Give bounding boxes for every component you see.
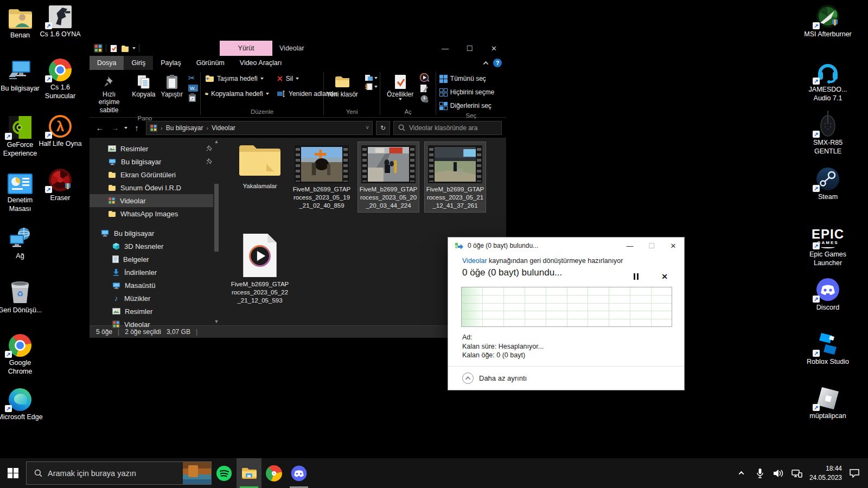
dialog-maximize-button[interactable]: ☐: [641, 237, 662, 254]
sidebar-item-belgeler[interactable]: Belgeler: [90, 253, 220, 266]
select-all-button[interactable]: Tümünü seç: [439, 72, 486, 85]
desktop-icon-discord[interactable]: ↗ Discord: [804, 277, 852, 312]
history-icon[interactable]: [420, 94, 429, 103]
copy-button[interactable]: Kopyala: [130, 72, 157, 99]
fewer-details-toggle[interactable]: Daha az ayrıntı: [462, 373, 527, 384]
taskbar-discord[interactable]: [286, 458, 311, 488]
desktop-icon-cs16-oyna[interactable]: ↗ Cs 1.6 OYNA: [36, 3, 84, 39]
desktop-icon-roblox-studio[interactable]: ↗ Roblox Studio: [804, 331, 852, 367]
desktop-icon-edge[interactable]: ↗ Microsoft Edge: [0, 386, 44, 422]
scroll-up-icon[interactable]: ▲: [213, 138, 220, 145]
network-icon[interactable]: [791, 467, 803, 479]
tab-gorunum[interactable]: Görünüm: [189, 56, 232, 70]
file-item-yakalamalar[interactable]: Yakalamalar: [229, 142, 290, 192]
paste-button[interactable]: Yapıştır: [159, 72, 185, 99]
new-item-icon[interactable]: [365, 74, 373, 81]
tray-expand-icon[interactable]: [736, 467, 748, 479]
sidebar-item-videolar[interactable]: Videolar: [90, 194, 220, 207]
sidebar-item-indirilenler[interactable]: İndirilenler: [90, 266, 220, 279]
address-bar[interactable]: › Bu bilgisayar › Videolar ˅: [146, 121, 373, 135]
desktop-icon-cs16-sunucular[interactable]: ↗ Cs 1.6 Sunucular: [36, 56, 84, 100]
easy-access-icon[interactable]: [365, 83, 373, 90]
dialog-close-button[interactable]: ✕: [662, 237, 684, 254]
explorer-titlebar[interactable]: Yürüt Videolar — ☐ ✕: [90, 41, 506, 56]
file-item-video-224[interactable]: FiveM_b2699_GTAProcess_2023_05_20_20_03_…: [358, 142, 419, 212]
desktop-icon-smx-r85[interactable]: ↗ SMX-R85 GENTLE: [804, 112, 852, 156]
start-button[interactable]: [0, 458, 26, 488]
scrollbar-thumb[interactable]: [214, 184, 219, 252]
desktop-icon-mubtalipcan[interactable]: ↗ müptalipcan: [804, 385, 852, 421]
sidebar-item-bu-bilgisayar-pinned[interactable]: Bu bilgisayar: [90, 155, 220, 168]
back-button[interactable]: ←: [94, 123, 106, 132]
new-folder-button[interactable]: Yeni klasör: [324, 72, 360, 99]
breadcrumb-root[interactable]: Bu bilgisayar: [166, 124, 203, 132]
maximize-button[interactable]: ☐: [457, 41, 482, 56]
invert-selection-button[interactable]: Diğerlerini seç: [439, 99, 492, 112]
taskbar-clock[interactable]: 18:44 24.05.2023: [809, 464, 842, 481]
action-center-icon[interactable]: [848, 467, 860, 479]
copy-path-icon[interactable]: W..: [188, 85, 198, 92]
dialog-minimize-button[interactable]: —: [619, 237, 641, 254]
sidebar-scrollbar[interactable]: ▲ ▼: [213, 138, 220, 325]
breadcrumb-folder[interactable]: Videolar: [212, 124, 235, 132]
source-link[interactable]: Videolar: [462, 257, 487, 265]
forward-button[interactable]: →: [109, 123, 121, 132]
up-button[interactable]: ↑: [131, 123, 143, 132]
collapse-ribbon-icon[interactable]: [483, 61, 489, 66]
run-tab[interactable]: Yürüt: [220, 41, 272, 56]
taskbar-spotify[interactable]: [212, 458, 237, 488]
sidebar-item-resimler-pinned[interactable]: Resimler: [90, 142, 220, 155]
sidebar-item-masaustu[interactable]: Masaüstü: [90, 279, 220, 292]
file-item-video-593[interactable]: FiveM_b2699_GTAProcess_2023_05_22_21_12_…: [229, 233, 290, 307]
sidebar-item-videolar2[interactable]: Videolar: [90, 318, 220, 331]
cut-icon[interactable]: ✂: [188, 73, 198, 83]
tab-video-araclari[interactable]: Video Araçları: [232, 56, 290, 70]
sidebar-item-sunum-odevi[interactable]: Sunum Ödevi I.R.D: [90, 181, 220, 194]
sidebar-item-muzikler[interactable]: ♪ Müzikler: [90, 292, 220, 305]
delete-button[interactable]: ✕ Sil: [277, 72, 299, 85]
copy-to-button[interactable]: Kopyalama hedefi: [205, 87, 269, 100]
edit-icon[interactable]: [420, 84, 428, 93]
desktop-icon-ag[interactable]: Ağ: [0, 225, 44, 261]
properties-button[interactable]: Özellikler: [385, 72, 416, 101]
help-icon[interactable]: ?: [493, 59, 502, 67]
dialog-titlebar[interactable]: 0 öğe (0 bayt) bulundu... — ☐ ✕: [448, 237, 684, 254]
select-none-button[interactable]: Hiçbirini seçme: [439, 86, 494, 99]
desktop-icon-half-life[interactable]: λ↗ Half Life Oyna: [36, 113, 84, 149]
qat-dropdown-icon[interactable]: [132, 47, 136, 49]
tab-dosya[interactable]: Dosya: [90, 56, 124, 70]
close-button[interactable]: ✕: [482, 41, 506, 56]
paste-shortcut-icon[interactable]: ↗: [188, 93, 196, 102]
search-box[interactable]: Videolar klasöründe ara: [393, 121, 502, 135]
tab-paylas[interactable]: Paylaş: [153, 56, 189, 70]
recent-locations-icon[interactable]: [124, 127, 127, 129]
taskbar-explorer[interactable]: [237, 458, 261, 488]
tab-giris[interactable]: Giriş: [124, 56, 153, 70]
taskbar-chrome[interactable]: [261, 458, 286, 488]
sidebar-item-whatsapp-images[interactable]: WhatsApp Images: [90, 207, 220, 220]
file-item-video-261[interactable]: FiveM_b2699_GTAProcess_2023_05_21_12_41_…: [425, 142, 486, 212]
file-item-video-859[interactable]: FiveM_b2699_GTAProcess_2023_05_19_21_02_…: [291, 142, 352, 212]
pin-to-quick-access-button[interactable]: Hızlı erişime sabitle: [90, 72, 129, 115]
volume-icon[interactable]: [773, 467, 784, 479]
minimize-button[interactable]: —: [433, 41, 457, 56]
cancel-button[interactable]: ✕: [661, 272, 668, 281]
desktop-icon-eraser[interactable]: ↗ Eraser: [36, 167, 84, 203]
search-highlight-image[interactable]: [183, 462, 211, 484]
refresh-button[interactable]: ↻: [376, 121, 390, 135]
desktop-icon-epic-games[interactable]: EPICGAMES↗ Epic Games Launcher: [804, 223, 852, 267]
pause-button[interactable]: [634, 273, 639, 280]
sidebar-item-3d-nesneler[interactable]: 3D Nesneler: [90, 240, 220, 253]
microphone-icon[interactable]: [754, 467, 766, 479]
sidebar-item-bu-bilgisayar[interactable]: Bu bilgisayar: [90, 227, 220, 240]
desktop-icon-geri-donusum[interactable]: ♻ Geri Dönüşü...: [0, 279, 44, 315]
sidebar-item-resimler[interactable]: Resimler: [90, 305, 220, 318]
new-folder-qat-icon[interactable]: [121, 45, 129, 52]
taskbar-search[interactable]: Aramak için buraya yazın: [26, 461, 212, 485]
address-dropdown-icon[interactable]: ˅: [366, 125, 369, 131]
move-to-button[interactable]: Taşıma hedefi: [205, 72, 269, 85]
desktop-icon-steam[interactable]: ↗ Steam: [804, 166, 852, 202]
scroll-down-icon[interactable]: ▼: [213, 318, 220, 325]
sidebar-item-ekran-goruntuleri[interactable]: Ekran Görüntüleri: [90, 168, 220, 181]
desktop-icon-msi-afterburner[interactable]: ↗ MSI Afterburner: [804, 3, 852, 39]
